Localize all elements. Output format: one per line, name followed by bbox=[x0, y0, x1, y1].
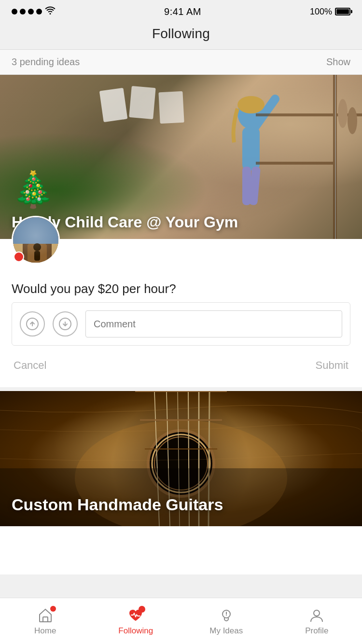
wifi-icon bbox=[45, 6, 56, 17]
nav-following[interactable]: Following bbox=[91, 598, 181, 644]
my-ideas-icon bbox=[218, 607, 235, 624]
home-icon bbox=[37, 607, 54, 624]
svg-point-18 bbox=[33, 243, 41, 251]
signal-dots bbox=[12, 9, 42, 14]
battery-fill bbox=[336, 9, 349, 14]
comment-input[interactable] bbox=[85, 310, 342, 337]
svg-rect-37 bbox=[43, 617, 48, 622]
bottom-nav: Home Following My Ideas bbox=[0, 598, 362, 644]
battery-percent: 100% bbox=[310, 7, 332, 17]
submit-button[interactable]: Submit bbox=[314, 357, 350, 374]
following-notification-dot bbox=[139, 606, 145, 613]
card-title-2: Custom Handmade Guitars bbox=[12, 495, 223, 514]
card-title-overlay-1: Hourly Child Care @ Your Gym bbox=[12, 213, 350, 231]
downvote-button[interactable] bbox=[53, 311, 78, 336]
svg-rect-19 bbox=[34, 251, 40, 261]
page-title: Following bbox=[0, 26, 362, 42]
avatar-wrap bbox=[12, 216, 60, 264]
vote-area bbox=[12, 302, 350, 346]
status-time: 9:41 AM bbox=[164, 6, 201, 17]
home-notification-dot bbox=[50, 606, 56, 612]
nav-my-ideas[interactable]: My Ideas bbox=[181, 598, 272, 644]
profile-icon bbox=[308, 607, 325, 624]
show-link[interactable]: Show bbox=[326, 56, 350, 68]
following-icon bbox=[127, 607, 144, 624]
notification-dot bbox=[14, 252, 24, 262]
card-divider bbox=[0, 387, 362, 391]
status-right: 100% bbox=[310, 7, 350, 17]
svg-point-41 bbox=[314, 610, 320, 616]
svg-rect-11 bbox=[256, 162, 333, 165]
nav-my-ideas-label: My Ideas bbox=[209, 626, 243, 636]
nav-following-label: Following bbox=[118, 626, 153, 636]
status-bar: 9:41 AM 100% bbox=[0, 0, 362, 21]
signal-dot-3 bbox=[28, 9, 34, 14]
upvote-button[interactable] bbox=[20, 311, 45, 336]
svg-rect-17 bbox=[13, 217, 60, 244]
svg-point-13 bbox=[338, 99, 348, 128]
card-image-gym[interactable]: Hourly Child Care @ Your Gym bbox=[0, 75, 362, 239]
pending-text: 3 pending ideas bbox=[12, 56, 80, 68]
svg-rect-7 bbox=[129, 86, 155, 119]
pending-ideas-bar: 3 pending ideas Show bbox=[0, 50, 362, 75]
svg-point-40 bbox=[226, 615, 227, 616]
page-title-bar: Following bbox=[0, 21, 362, 50]
nav-profile[interactable]: Profile bbox=[272, 598, 362, 644]
card-title-overlay-2: Custom Handmade Guitars bbox=[12, 495, 350, 515]
nav-home-label: Home bbox=[34, 626, 56, 636]
card-actions: Cancel Submit bbox=[0, 353, 362, 383]
svg-point-14 bbox=[348, 107, 357, 134]
battery-icon bbox=[335, 8, 350, 15]
card-meta-1 bbox=[0, 239, 362, 251]
status-left bbox=[12, 6, 56, 17]
signal-dot-2 bbox=[20, 9, 26, 14]
cancel-button[interactable]: Cancel bbox=[12, 357, 48, 374]
signal-dot-4 bbox=[36, 9, 42, 14]
nav-home[interactable]: Home bbox=[0, 598, 91, 644]
svg-rect-6 bbox=[99, 88, 128, 122]
idea-card-1: Hourly Child Care @ Your Gym bbox=[0, 75, 362, 383]
signal-dot-1 bbox=[12, 9, 17, 14]
svg-rect-8 bbox=[158, 91, 184, 124]
nav-profile-label: Profile bbox=[305, 626, 328, 636]
idea-card-2[interactable]: Custom Handmade Guitars bbox=[0, 391, 362, 526]
content-area: Hourly Child Care @ Your Gym bbox=[0, 75, 362, 574]
